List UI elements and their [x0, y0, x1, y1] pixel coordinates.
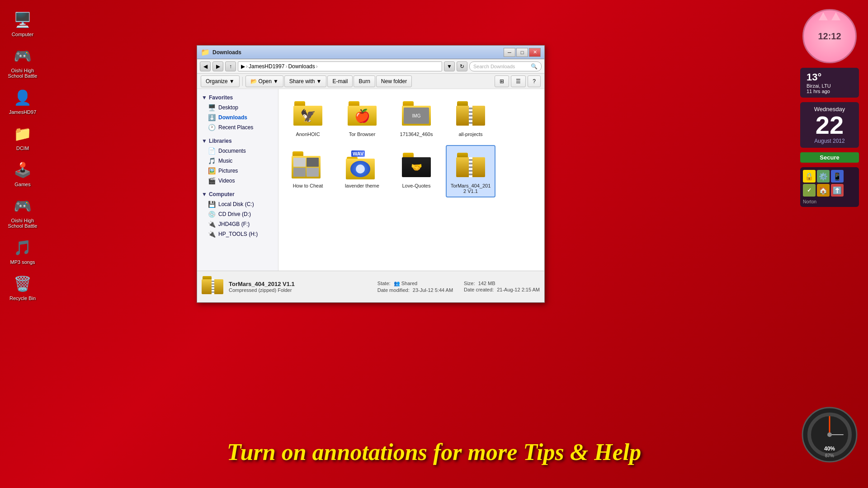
calendar-widget: Wednesday 22 August 2012 — [800, 102, 859, 148]
open-arrow: ▼ — [273, 78, 278, 84]
minimize-button[interactable]: ─ — [504, 48, 515, 57]
content-area: ▼ Favorites 🖥️ Desktop ⬇️ Downloads 🕐 Re… — [197, 89, 544, 271]
created-label: Date created: — [464, 287, 494, 292]
email-button[interactable]: E-mail — [327, 75, 353, 87]
status-state: State: 👥 Shared — [377, 281, 453, 286]
norton-icon-4: 🏠 — [817, 184, 830, 197]
desktop-icon-mp3[interactable]: 🎵 MP3 songs — [5, 237, 41, 265]
file-item-lovequotes[interactable]: 🤝 Love-Quotes — [392, 145, 441, 197]
window-controls: ─ □ ✕ — [504, 48, 541, 57]
libraries-section: ▼ Libraries — [197, 136, 278, 146]
view-button[interactable]: ⊞ — [495, 75, 509, 87]
sidebar-item-desktop[interactable]: 🖥️ Desktop — [197, 103, 278, 113]
dropdown-button[interactable]: ▼ — [444, 61, 455, 71]
new-folder-button[interactable]: New folder — [376, 75, 412, 87]
james-icon: 👤 — [12, 87, 33, 108]
recycle-icon: 🗑️ — [12, 273, 33, 295]
recent-sidebar-icon: 🕐 — [208, 124, 216, 131]
desktop-icon-james[interactable]: 👤 JamesHD97 — [5, 87, 41, 115]
window-icon: 📁 — [201, 48, 210, 56]
file-item-tor[interactable]: 🍎 Tor Browser — [337, 94, 387, 141]
maximize-button[interactable]: □ — [516, 48, 528, 57]
address-folder: Downloads — [288, 63, 315, 70]
dcim-icon: 📁 — [12, 123, 33, 145]
sidebar-item-recent[interactable]: 🕐 Recent Places — [197, 122, 278, 132]
file-item-anonhoic[interactable]: 🦅 AnonHOIC — [283, 94, 333, 141]
desktop-sidebar-icon: 🖥️ — [208, 104, 216, 111]
desktop-icon-computer[interactable]: 🖥️ Computer — [5, 9, 41, 37]
help-button[interactable]: ? — [528, 75, 541, 87]
file-item-1713[interactable]: IMG 1713642_460s — [392, 94, 441, 141]
address-user: JamesHD1997 — [249, 63, 284, 70]
norton-icon-1: 🔒 — [803, 170, 816, 183]
status-file-type: Compressed (zipped) Folder — [229, 287, 372, 293]
state-label: State: — [377, 281, 391, 286]
tormars-icon — [454, 149, 487, 181]
organize-arrow: ▼ — [229, 78, 235, 84]
desktop-icon-recycle[interactable]: 🗑️ Recycle Bin — [5, 273, 41, 301]
recycle-icon-label: Recycle Bin — [9, 296, 36, 301]
howtocheat-icon — [292, 149, 324, 181]
location: Birzai, LTU — [807, 83, 853, 89]
tormars-label: TorMars_404_2012 V1.1 — [449, 183, 492, 194]
open-button[interactable]: 📂 Open ▼ — [245, 75, 283, 87]
month-year: August 2012 — [804, 138, 855, 144]
pictures-sidebar-label: Pictures — [218, 168, 238, 174]
status-file-icon — [202, 276, 223, 298]
sidebar-item-documents[interactable]: 📄 Documents — [197, 146, 278, 156]
sidebar-item-downloads[interactable]: ⬇️ Downloads — [197, 113, 278, 122]
file-item-howtocheat[interactable]: How to Cheat — [283, 145, 333, 197]
sidebar-item-h[interactable]: 🔌 HP_TOOLS (H:) — [197, 229, 278, 239]
sidebar-item-c[interactable]: 💾 Local Disk (C:) — [197, 199, 278, 209]
computer-chevron: ▼ — [202, 191, 207, 197]
address-box[interactable]: ▶ › JamesHD1997 › Downloads › — [238, 61, 442, 71]
created-value: 21-Aug-12 2:15 AM — [497, 287, 540, 292]
file-item-lavender[interactable]: WAV lavender theme — [337, 145, 387, 197]
view-details-button[interactable]: ☰ — [511, 75, 526, 87]
close-button[interactable]: ✕ — [529, 48, 541, 57]
desktop-icon-oishi2[interactable]: 🎮 Oishi HighSchool Battle — [5, 195, 41, 229]
size-value: 142 MB — [478, 281, 495, 286]
c-drive-label: Local Disk (C:) — [218, 201, 254, 207]
modified-value: 23-Jul-12 5:44 AM — [413, 287, 453, 293]
documents-sidebar-label: Documents — [218, 148, 246, 154]
norton-icon-5: ⬆️ — [831, 184, 844, 197]
sidebar-item-f[interactable]: 🔌 JHD4GB (F:) — [197, 219, 278, 229]
desktop-icons-area: 🖥️ Computer 🎮 Oishi HighSchool Battle 👤 … — [5, 9, 41, 301]
status-bar: TorMars_404_2012 V1.1 Compressed (zipped… — [197, 271, 544, 302]
bottom-annotation-text: Turn on annotations for more Tips & Help — [0, 439, 868, 465]
h-drive-icon: 🔌 — [208, 230, 216, 238]
howtocheat-label: How to Cheat — [293, 183, 323, 188]
refresh-button[interactable]: ↻ — [457, 61, 467, 71]
address-bar: ◀ ▶ ↑ ▶ › JamesHD1997 › Downloads › ▼ ↻ … — [197, 59, 544, 74]
sidebar-item-music[interactable]: 🎵 Music — [197, 156, 278, 166]
f-drive-icon: 🔌 — [208, 221, 216, 228]
day-number: 22 — [804, 113, 855, 138]
file-item-allprojects[interactable]: all-projects — [446, 94, 495, 141]
state-value: Shared — [401, 281, 417, 286]
desktop-icon-games[interactable]: 🕹️ Games — [5, 159, 41, 187]
back-button[interactable]: ◀ — [200, 61, 211, 71]
sidebar-item-videos[interactable]: 🎬 Videos — [197, 176, 278, 186]
forward-button[interactable]: ▶ — [212, 61, 223, 71]
search-box[interactable]: Search Downloads 🔍 — [469, 61, 542, 71]
file-item-tormars[interactable]: TorMars_404_2012 V1.1 — [446, 145, 495, 197]
shared-icon: 👥 — [394, 281, 400, 286]
computer-label: Computer — [209, 191, 235, 197]
desktop-icon-oishi[interactable]: 🎮 Oishi HighSchool Battle — [5, 45, 41, 79]
clock-time: 12:12 — [818, 31, 841, 42]
organize-button[interactable]: Organize ▼ — [201, 75, 240, 87]
burn-button[interactable]: Burn — [354, 75, 375, 87]
window-title: Downloads — [212, 49, 504, 56]
desktop-icon-dcim[interactable]: 📁 DCIM — [5, 123, 41, 151]
computer-icon-label: Computer — [12, 32, 33, 37]
status-file-name: TorMars_404_2012 V1.1 — [229, 281, 372, 287]
sidebar-item-d[interactable]: 💿 CD Drive (D:) — [197, 209, 278, 219]
dcim-icon-label: DCIM — [16, 145, 29, 151]
downloads-sidebar-icon: ⬇️ — [208, 114, 216, 121]
share-with-button[interactable]: Share with ▼ — [284, 75, 327, 87]
sidebar-item-pictures[interactable]: 🖼️ Pictures — [197, 166, 278, 176]
up-button[interactable]: ↑ — [225, 61, 236, 71]
oishi-icon: 🎮 — [12, 45, 33, 67]
recent-sidebar-label: Recent Places — [218, 124, 253, 131]
